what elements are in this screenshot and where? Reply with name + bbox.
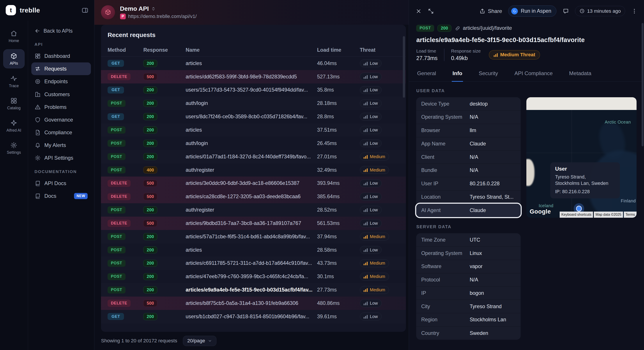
request-name: articles xyxy=(186,60,317,66)
map-data-label: Map data ©2025 xyxy=(594,212,623,218)
chevron-updown-icon[interactable] xyxy=(151,6,156,11)
kv-key: Region xyxy=(421,317,470,322)
sidebar-item-my-alerts[interactable]: My Alerts xyxy=(31,139,91,152)
timestamp-pill[interactable]: 13 minutes ago xyxy=(575,6,625,16)
method-badge: POST xyxy=(108,286,125,294)
location-map[interactable]: Arctic Ocean Iceland Finland User Tyreso… xyxy=(526,97,636,218)
keyboard-shortcuts-link[interactable]: Keyboard shortcuts xyxy=(560,212,593,218)
tab-security[interactable]: Security xyxy=(478,66,499,81)
terms-link[interactable]: Terms xyxy=(624,212,636,218)
brand-header: t treblle xyxy=(0,0,94,20)
sidebar-item-label: Requests xyxy=(44,66,66,72)
page-size-select[interactable]: 20/page xyxy=(183,336,216,346)
sidebar-item-customers[interactable]: Customers xyxy=(31,88,91,101)
rail-item-settings[interactable]: Settings xyxy=(3,139,25,158)
request-row[interactable]: GET200users/15c177d3-5473-3527-9cd0-4015… xyxy=(101,84,406,97)
threat-bars-icon xyxy=(364,301,368,305)
request-row[interactable]: POST200articles/57a71cbe-f6f5-31c4-bd61-… xyxy=(101,230,406,243)
sidebar-item-docs[interactable]: Docs NEW xyxy=(31,190,91,202)
request-row[interactable]: POST200auth/register28.52msLow xyxy=(101,203,406,216)
tab-general[interactable]: General xyxy=(416,66,437,81)
threat-bars-icon xyxy=(364,288,368,292)
sidebar-item-problems[interactable]: Problems xyxy=(31,101,91,114)
recent-requests-title: Recent requests xyxy=(101,25,406,44)
method-badge: POST xyxy=(416,25,434,32)
request-row[interactable]: DELETE500articles/3e0ddc90-6dbf-3dd9-ac1… xyxy=(101,176,406,190)
chat-icon xyxy=(563,8,569,14)
request-row[interactable]: DELETE500articles/dd62f583-599f-3bfd-98e… xyxy=(101,70,406,84)
request-row[interactable]: POST400auth/register32.49msMedium xyxy=(101,164,406,177)
request-row[interactable]: POST200articles37.51msLow xyxy=(101,123,406,137)
api-head-text: Demo API P https://demo.treblle.com/api/… xyxy=(120,5,197,19)
api-logo-icon xyxy=(101,5,115,19)
rail-item-alfred-ai[interactable]: Alfred AI xyxy=(3,116,25,135)
load-time: 480.86ms xyxy=(317,300,360,306)
threat-bars-icon xyxy=(364,101,368,105)
sidebar-item-governance[interactable]: Governance xyxy=(31,114,91,126)
method-badge: POST xyxy=(108,246,125,254)
tab-api-compliance[interactable]: API Compliance xyxy=(514,66,554,81)
status-badge: 200 xyxy=(438,25,452,32)
rail-item-apis[interactable]: APIs xyxy=(3,49,25,68)
more-options-button[interactable] xyxy=(631,8,638,14)
sidebar-item-dashboard[interactable]: Dashboard xyxy=(31,50,91,62)
method-badge: POST xyxy=(108,206,125,213)
comment-button[interactable] xyxy=(563,8,569,14)
request-row[interactable]: POST200auth/login28.18msLow xyxy=(101,96,406,110)
request-row[interactable]: POST200articles/c6911785-5721-311c-a7dd-… xyxy=(101,257,406,270)
sidebar-item-api-settings[interactable]: API Settings xyxy=(31,152,91,164)
rail-item-catalog[interactable]: Catalog xyxy=(3,94,25,113)
tab-metadata[interactable]: Metadata xyxy=(568,66,592,81)
request-row[interactable]: POST200articles/e9a9a4eb-fe5e-3f15-9ec0-… xyxy=(101,283,406,296)
share-button[interactable]: Share xyxy=(479,8,502,14)
section-label-api: API xyxy=(31,37,91,50)
run-label: Run in Aspen xyxy=(521,8,551,14)
building-icon xyxy=(34,91,41,98)
request-row[interactable]: GET200users/b1cbd027-c947-3d18-8154-8501… xyxy=(101,310,406,323)
kv-key: City xyxy=(421,304,470,310)
request-row[interactable]: POST200auth/login26.45msLow xyxy=(101,137,406,150)
table-scrollbar[interactable] xyxy=(403,36,405,98)
run-in-aspen-button[interactable]: Run in Aspen xyxy=(508,6,556,17)
kv-key: Country xyxy=(421,330,470,336)
request-name: auth/login xyxy=(186,140,317,146)
kv-key: AI Agent xyxy=(421,208,470,213)
table-header: Method Response Name Load time Threat xyxy=(101,44,406,57)
kv-row-city: CityTyreso Strand xyxy=(416,300,520,313)
request-name: articles/ca28cd8e-1272-3205-aa03-deede83… xyxy=(186,194,317,200)
threat-bars-icon xyxy=(364,128,368,132)
request-name: users/8dc7f246-ce0b-3589-8cb0-c035d71826… xyxy=(186,114,317,120)
method-badge: POST xyxy=(108,126,125,134)
rail-item-trace[interactable]: Trace xyxy=(3,72,25,91)
method-badge: POST xyxy=(108,233,125,240)
request-row[interactable]: POST200articles/01a77ad1-f184-327d-8c24-… xyxy=(101,150,406,164)
sidebar-item-endpoints[interactable]: Endpoints xyxy=(31,75,91,88)
kv-row-protocol: ProtocolN/A xyxy=(416,273,520,287)
request-row[interactable]: DELETE500articles/ca28cd8e-1272-3205-aa0… xyxy=(101,190,406,203)
request-row[interactable]: POST200articles/47eeb799-c760-3959-9bc3-… xyxy=(101,270,406,283)
threat-bars-icon xyxy=(364,314,368,319)
kv-row-country: CountrySweden xyxy=(416,326,520,340)
request-row[interactable]: DELETE500articles/9bdbd316-7aa7-3bc8-aa3… xyxy=(101,216,406,230)
request-row[interactable]: POST200articles28.58msLow xyxy=(101,243,406,257)
threat-badge: Low xyxy=(360,86,382,94)
sidebar-item-requests[interactable]: Requests xyxy=(31,62,91,75)
app-root: t treblle Home APIs Trace xyxy=(0,0,644,350)
back-to-apis-link[interactable]: Back to APIs xyxy=(31,23,91,37)
rail-item-home[interactable]: Home xyxy=(3,27,25,46)
request-row[interactable]: DELETE500articles/b8f75cb5-0a5a-31a4-a13… xyxy=(101,296,406,310)
threat-badge: Medium xyxy=(360,153,389,160)
left-body: Home APIs Trace Catalog Alfred AI xyxy=(0,20,94,350)
request-row[interactable]: GET200users/8dc7f246-ce0b-3589-8cb0-c035… xyxy=(101,110,406,123)
sidebar-item-compliance[interactable]: Compliance xyxy=(31,126,91,139)
close-button[interactable] xyxy=(416,8,422,14)
page-scrollbar[interactable] xyxy=(642,23,644,146)
sidebar-toggle-icon[interactable] xyxy=(82,7,88,14)
expand-button[interactable] xyxy=(428,8,434,14)
method-badge: POST xyxy=(108,260,125,267)
request-row[interactable]: GET200articles46.04msLow xyxy=(101,57,406,70)
sidebar-item-api-docs[interactable]: API Docs xyxy=(31,177,91,190)
detail-toolbar: Share Run in Aspen 13 minutes ago xyxy=(409,0,644,22)
tab-info[interactable]: Info xyxy=(452,66,463,81)
threat-badge: Low xyxy=(360,139,382,147)
